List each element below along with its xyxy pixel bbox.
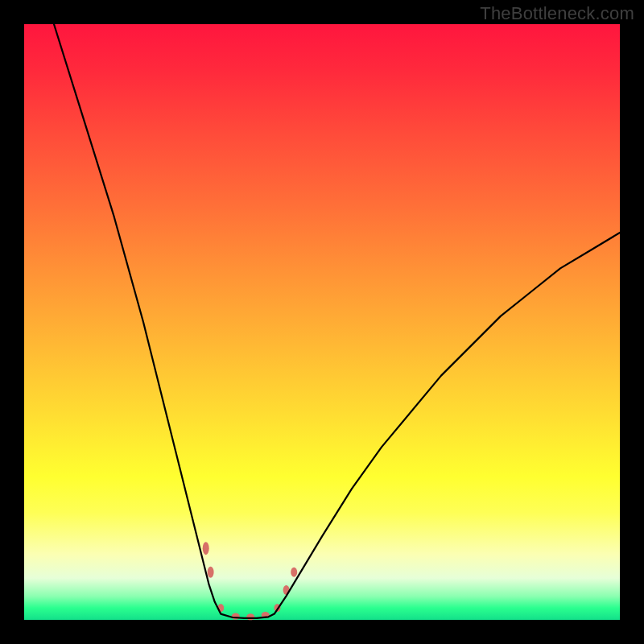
chart-marker (246, 613, 254, 620)
chart-marker (208, 567, 214, 578)
markers-group (203, 542, 298, 620)
watermark-text: TheBottleneck.com (480, 3, 634, 24)
chart-plot-area (24, 24, 620, 620)
chart-curve (54, 24, 620, 618)
chart-marker (291, 568, 297, 577)
chart-marker (203, 542, 209, 555)
chart-frame: TheBottleneck.com (0, 0, 644, 644)
chart-svg (24, 24, 620, 620)
